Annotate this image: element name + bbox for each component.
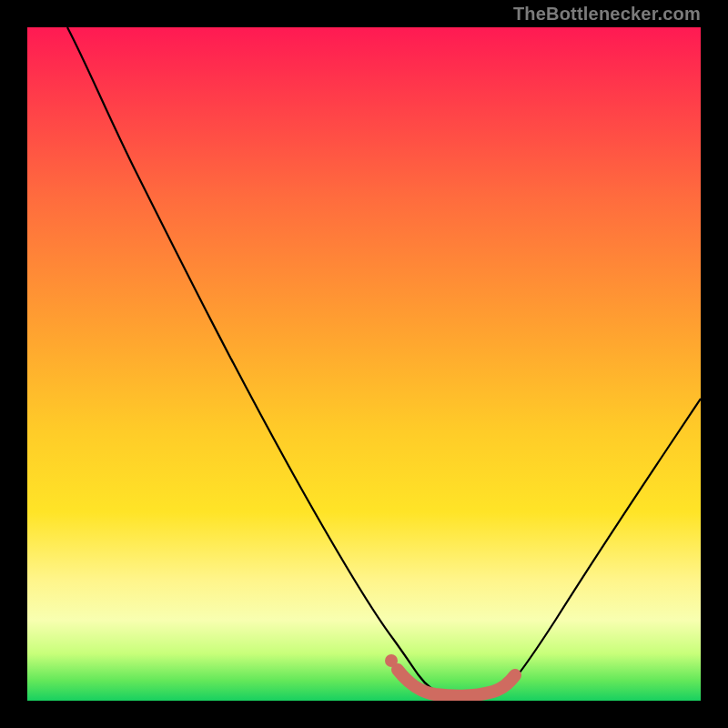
bottleneck-curve	[67, 27, 701, 696]
watermark-text: TheBottlenecker.com	[513, 4, 701, 25]
trough-marker	[398, 670, 515, 696]
plot-area	[27, 27, 701, 701]
chart-canvas: TheBottlenecker.com	[0, 0, 728, 728]
trough-dot-icon	[385, 654, 398, 667]
plot-svg	[27, 27, 701, 701]
